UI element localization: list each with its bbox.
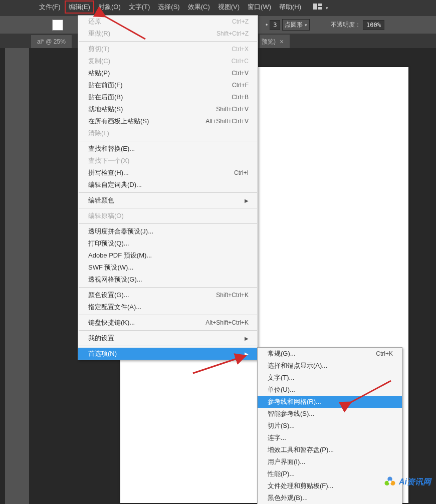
menu-window[interactable]: 窗口(W) — [244, 1, 275, 14]
menu-select[interactable]: 选择(S) — [154, 1, 183, 14]
menu-print-presets[interactable]: 打印预设(Q)... — [78, 237, 258, 249]
menu-find-next[interactable]: 查找下一个(X) — [78, 155, 258, 167]
preferences-submenu: 常规(G)...Ctrl+K 选择和锚点显示(A)... 文字(T)... 单位… — [257, 347, 402, 504]
menu-color-settings[interactable]: 颜色设置(G)...Shift+Ctrl+K — [78, 289, 258, 301]
chevron-down-icon: ▾ — [326, 6, 328, 11]
menu-keyboard-shortcuts[interactable]: 键盘快捷键(K)...Alt+Shift+Ctrl+K — [78, 317, 258, 329]
menu-type[interactable]: 文字(T) — [125, 1, 154, 14]
menu-edit-original[interactable]: 编辑原稿(O) — [78, 210, 258, 222]
menu-separator — [79, 208, 257, 208]
tab-title-suffix: 预览) — [262, 38, 276, 46]
menu-paste-back[interactable]: 贴在后面(B)Ctrl+B — [78, 91, 258, 103]
chevron-down-icon: ▾ — [305, 23, 307, 28]
menu-separator — [79, 41, 257, 42]
menu-separator — [79, 223, 257, 224]
prefs-selection-anchor[interactable]: 选择和锚点显示(A)... — [258, 360, 402, 372]
menu-file[interactable]: 文件(F) — [35, 1, 65, 14]
workspace-switcher[interactable]: ▾ — [309, 2, 332, 13]
menu-find-replace[interactable]: 查找和替换(E)... — [78, 143, 258, 155]
submenu-arrow-icon: ▶ — [245, 351, 249, 357]
menu-my-settings[interactable]: 我的设置▶ — [78, 332, 258, 344]
menu-separator — [79, 192, 257, 193]
menu-object[interactable]: 对象(O) — [94, 1, 125, 14]
menu-custom-dict[interactable]: 编辑自定词典(D)... — [78, 179, 258, 191]
menu-help[interactable]: 帮助(H) — [275, 1, 305, 14]
menu-effect[interactable]: 效果(C) — [184, 1, 214, 14]
stroke-weight[interactable]: 3 — [270, 20, 280, 30]
prefs-guides-grid[interactable]: 参考线和网格(R)... — [258, 396, 402, 408]
menu-cut[interactable]: 剪切(T)Ctrl+X — [78, 43, 258, 55]
menu-separator — [79, 346, 257, 346]
svg-point-9 — [388, 480, 391, 483]
menu-paste-in-place[interactable]: 就地粘贴(S)Shift+Ctrl+V — [78, 103, 258, 115]
workspace-icon — [313, 4, 322, 10]
prefs-general[interactable]: 常规(G)...Ctrl+K — [258, 348, 402, 360]
prefs-units[interactable]: 单位(U)... — [258, 384, 402, 396]
flower-icon — [383, 475, 397, 489]
menu-paste[interactable]: 粘贴(P)Ctrl+V — [78, 67, 258, 79]
prefs-file-handling[interactable]: 文件处理和剪贴板(F)... — [258, 480, 402, 492]
watermark: Ai资讯网 — [383, 475, 431, 489]
menu-separator — [79, 141, 257, 141]
submenu-arrow-icon: ▶ — [245, 198, 249, 203]
menu-clear[interactable]: 清除(L) — [78, 127, 258, 139]
svg-rect-0 — [313, 4, 317, 10]
menu-spell-check[interactable]: 拼写检查(H)...Ctrl+I — [78, 167, 258, 179]
prefs-slices[interactable]: 切片(S)... — [258, 420, 402, 432]
submenu-arrow-icon: ▶ — [245, 336, 249, 341]
prefs-performance[interactable]: 性能(P)... — [258, 468, 402, 480]
bullet-icon: • — [266, 22, 268, 29]
menu-preferences[interactable]: 首选项(N)▶ — [78, 348, 258, 360]
opacity-value[interactable]: 100% — [363, 20, 384, 30]
document-tab[interactable]: ai* @ 25% — [31, 35, 72, 48]
prefs-smart-guides[interactable]: 智能参考线(S)... — [258, 408, 402, 420]
svg-rect-1 — [318, 4, 322, 6]
menu-copy[interactable]: 复制(C)Ctrl+C — [78, 55, 258, 67]
menu-pdf-presets[interactable]: Adobe PDF 预设(M)... — [78, 249, 258, 262]
watermark-text: Ai资讯网 — [399, 477, 431, 487]
menu-paste-front[interactable]: 贴在前面(F)Ctrl+F — [78, 79, 258, 91]
menu-edit-colors[interactable]: 编辑颜色▶ — [78, 194, 258, 206]
toolbox[interactable] — [5, 48, 29, 504]
stroke-style-select[interactable]: 点圆形▾ — [282, 19, 310, 31]
svg-rect-2 — [318, 7, 322, 10]
prefs-type[interactable]: 文字(T)... — [258, 372, 402, 384]
close-icon[interactable]: × — [280, 38, 284, 46]
menu-separator — [79, 330, 257, 331]
menu-edit[interactable]: 编辑(E) — [65, 1, 94, 14]
menu-assign-profile[interactable]: 指定配置文件(A)... — [78, 301, 258, 313]
menu-perspective-grid[interactable]: 透视网格预设(G)... — [78, 274, 258, 286]
menu-transparency-flattener[interactable]: 透明度拼合器预设(J)... — [78, 225, 258, 237]
prefs-ui[interactable]: 用户界面(I)... — [258, 456, 402, 468]
prefs-black-appearance[interactable]: 黑色外观(B)... — [258, 492, 402, 504]
edit-dropdown-menu: 还原Ctrl+Z 重做(R)Shift+Ctrl+Z 剪切(T)Ctrl+X 复… — [78, 15, 258, 360]
menu-swf-presets[interactable]: SWF 预设(W)... — [78, 262, 258, 274]
fill-color-swatch[interactable] — [52, 20, 63, 31]
opacity-label: 不透明度： — [331, 21, 361, 29]
menu-view[interactable]: 视图(V) — [214, 1, 244, 14]
menu-paste-all-artboards[interactable]: 在所有画板上粘贴(S)Alt+Shift+Ctrl+V — [78, 115, 258, 127]
prefs-plugins-scratch[interactable]: 增效工具和暂存盘(P)... — [258, 444, 402, 456]
prefs-hyphenation[interactable]: 连字... — [258, 432, 402, 444]
menu-separator — [79, 287, 257, 288]
tab-title: ai* @ 25% — [37, 38, 66, 45]
menubar: 文件(F) 编辑(E) 对象(O) 文字(T) 选择(S) 效果(C) 视图(V… — [0, 0, 436, 14]
menu-separator — [79, 315, 257, 315]
menu-redo[interactable]: 重做(R)Shift+Ctrl+Z — [78, 28, 258, 40]
menu-undo[interactable]: 还原Ctrl+Z — [78, 16, 258, 28]
document-tab-right[interactable]: 预览) × — [260, 35, 290, 49]
